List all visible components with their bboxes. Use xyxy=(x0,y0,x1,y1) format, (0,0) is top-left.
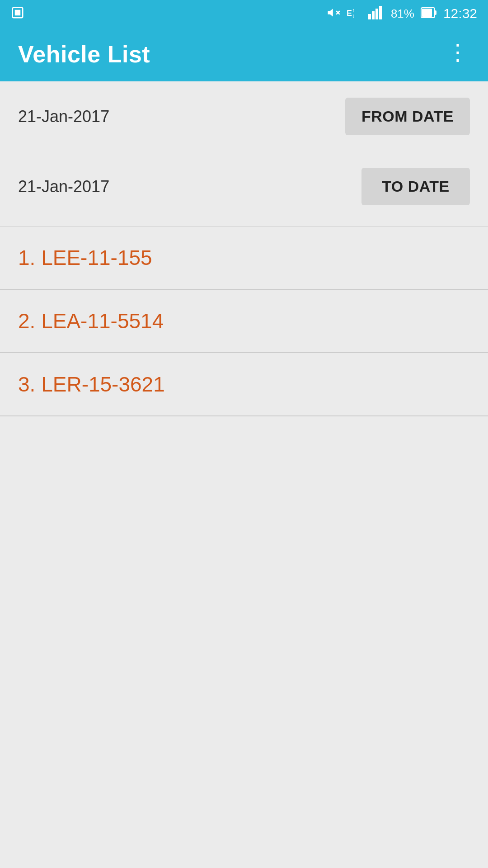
status-bar-right: E ↑ ↓ 81% 12:32 xyxy=(327,6,477,21)
data-icon: E ↑ ↓ xyxy=(347,6,362,21)
svg-rect-14 xyxy=(435,10,436,15)
vehicle-label: 1. LEE-11-155 xyxy=(18,246,152,269)
to-date-value: 21-Jan-2017 xyxy=(18,177,109,196)
svg-rect-8 xyxy=(368,14,371,19)
from-date-value: 21-Jan-2017 xyxy=(18,107,109,126)
from-date-row: 21-Jan-2017 FROM DATE xyxy=(0,81,488,151)
to-date-button[interactable]: TO DATE xyxy=(361,168,470,205)
svg-rect-1 xyxy=(15,10,21,16)
battery-percent: 81% xyxy=(391,7,414,21)
svg-marker-2 xyxy=(328,9,333,17)
status-bar-left xyxy=(11,6,24,21)
from-date-button[interactable]: FROM DATE xyxy=(345,98,470,135)
svg-text:E: E xyxy=(347,9,352,18)
signal-icon xyxy=(368,6,385,21)
status-bar: E ↑ ↓ 81% 12:32 xyxy=(0,0,488,27)
svg-text:↓: ↓ xyxy=(352,13,355,19)
app-bar: Vehicle List ⋮ xyxy=(0,27,488,81)
screenshot-icon xyxy=(11,6,24,21)
list-item[interactable]: 1. LEE-11-155 xyxy=(0,226,488,290)
svg-rect-9 xyxy=(372,11,375,19)
overflow-menu-button[interactable]: ⋮ xyxy=(446,45,470,63)
list-item[interactable]: 3. LER-15-3621 xyxy=(0,353,488,416)
vehicle-label: 2. LEA-11-5514 xyxy=(18,309,164,333)
mute-icon xyxy=(327,6,340,21)
svg-rect-13 xyxy=(422,9,432,17)
vehicle-list: 1. LEE-11-1552. LEA-11-55143. LER-15-362… xyxy=(0,226,488,416)
status-time: 12:32 xyxy=(443,6,477,21)
svg-rect-11 xyxy=(379,6,382,19)
list-item[interactable]: 2. LEA-11-5514 xyxy=(0,290,488,353)
to-date-row: 21-Jan-2017 TO DATE xyxy=(0,151,488,222)
content-area: 21-Jan-2017 FROM DATE 21-Jan-2017 TO DAT… xyxy=(0,81,488,416)
page-title: Vehicle List xyxy=(18,41,150,68)
battery-icon xyxy=(421,6,437,21)
vehicle-label: 3. LER-15-3621 xyxy=(18,373,165,396)
svg-rect-10 xyxy=(375,9,378,19)
